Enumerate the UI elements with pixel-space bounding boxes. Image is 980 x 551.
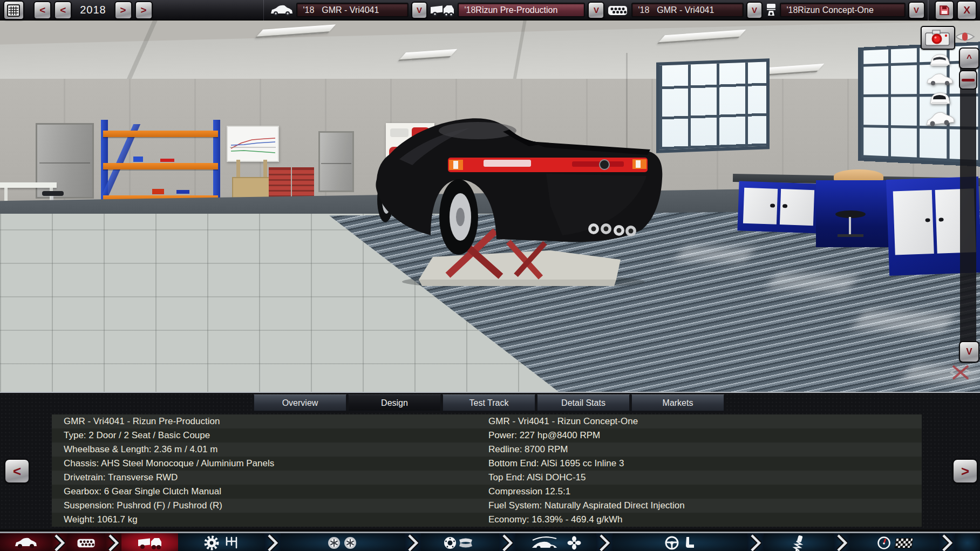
chevron-icon: [51, 533, 67, 551]
spec-type: Type: 2 Door / 2 Seat / Basic Coupe: [64, 430, 477, 441]
spec-top-end: Top End: AlSi DOHC-15: [488, 472, 586, 483]
step-forward-button[interactable]: >: [114, 1, 132, 19]
model-dropdown-button[interactable]: V: [411, 2, 428, 19]
jump-back-button[interactable]: <: [33, 1, 51, 19]
spec-row: Gearbox: 6 Gear Single Clutch ManualComp…: [52, 485, 922, 499]
car-3d-model[interactable]: [367, 108, 669, 286]
spec-row: Suspension: Pushrod (F) / Pushrod (R)Fue…: [52, 499, 922, 513]
whiteboard: [227, 126, 279, 162]
spec-row: Type: 2 Door / 2 Seat / Basic CoupePower…: [52, 428, 922, 443]
brakes-icon: [443, 535, 478, 550]
trim-dropdown[interactable]: '18 Rizun Pre-Production: [458, 3, 585, 17]
light-reflection: [852, 310, 956, 332]
engine-name: GMR - Vri4041: [657, 5, 714, 15]
tab-markets[interactable]: Markets: [631, 394, 724, 411]
photo-mode-button[interactable]: [921, 26, 955, 50]
close-glyph: X: [963, 4, 970, 16]
model-name: GMR - Vri4041: [322, 5, 379, 15]
divider: [263, 0, 264, 21]
garage-window: [656, 58, 770, 153]
variant-dropdown[interactable]: '18 Rizun Concept-One: [780, 3, 905, 17]
section-gearbox[interactable]: [178, 533, 264, 551]
tab-design[interactable]: Design: [348, 394, 441, 411]
steering-wheel-icon: [664, 535, 679, 550]
trim-truck-icon: [138, 536, 162, 550]
trim-dropdown-button[interactable]: V: [588, 2, 604, 19]
car-rear-view-button[interactable]: [924, 90, 955, 108]
variant-year: '18: [786, 5, 798, 15]
spec-drivetrain: Drivetrain: Transverse RWD: [64, 472, 477, 483]
engine-dropdown[interactable]: '18 GMR - Vri4041: [631, 3, 743, 17]
engine-icon: [76, 537, 97, 549]
tab-detail-stats[interactable]: Detail Stats: [537, 394, 630, 411]
spec-row: Weight: 1061.7 kgEconomy: 16.39% - 469.4…: [52, 513, 922, 527]
panel-next-button[interactable]: >: [952, 459, 978, 484]
spec-suspension: Suspension: Pushrod (F) / Pushrod (R): [64, 500, 477, 511]
section-body-aero[interactable]: [515, 533, 596, 551]
car-front-view-button[interactable]: [924, 51, 955, 69]
rack-item: [133, 157, 143, 162]
cabinet-door: [780, 189, 814, 226]
step-back-button[interactable]: <: [54, 1, 72, 19]
model-dropdown[interactable]: '18 GMR - Vri4041: [296, 3, 408, 17]
scroll-down-button[interactable]: V: [959, 341, 979, 363]
car-three-quarter-view-button[interactable]: [924, 109, 955, 127]
panel-prev-button[interactable]: <: [4, 459, 30, 484]
jump-forward-button[interactable]: >: [135, 1, 153, 19]
model-year: '18: [303, 5, 314, 15]
section-suspension[interactable]: [764, 533, 834, 551]
tab-overview[interactable]: Overview: [254, 394, 346, 411]
rack-beam: [103, 131, 218, 137]
spec-row: Drivetrain: Transverse RWDTop End: AlSi …: [52, 471, 922, 485]
section-brakes[interactable]: [421, 533, 499, 551]
spec-gearbox: Gearbox: 6 Gear Single Clutch Manual: [64, 486, 477, 497]
engine-year: '18: [638, 5, 649, 15]
engine-dropdown-button[interactable]: V: [746, 2, 763, 19]
current-year: 2018: [80, 4, 106, 16]
rack-item: [152, 189, 164, 194]
cabinet-left: [737, 181, 821, 233]
car-side-view-button[interactable]: [924, 70, 955, 89]
garage-3d-viewport[interactable]: ^ V: [0, 21, 980, 398]
spec-chassis: Chassis: AHS Steel Monocoque / Aluminium…: [64, 458, 477, 469]
hide-ui-button[interactable]: [949, 364, 972, 383]
spec-economy: Economy: 16.39% - 469.4 g/kWh: [488, 514, 623, 525]
section-testing[interactable]: [850, 533, 939, 551]
jump-forward-glyph: >: [141, 4, 147, 16]
section-interior[interactable]: [612, 533, 747, 551]
section-car-model[interactable]: [0, 533, 51, 551]
spec-weight: Weight: 1061.7 kg: [64, 514, 477, 525]
car-icon: [270, 4, 294, 16]
calendar-button[interactable]: [3, 1, 24, 20]
variant-dropdown-button[interactable]: V: [908, 2, 925, 19]
dropdown-glyph: V: [417, 5, 422, 15]
eye-toggle[interactable]: [954, 29, 976, 46]
view-scrollbar-track[interactable]: [960, 49, 976, 362]
dropdown-glyph: V: [752, 5, 757, 15]
tab-test-track[interactable]: Test Track: [443, 394, 535, 411]
save-button[interactable]: [935, 1, 955, 20]
section-wheels[interactable]: [281, 533, 405, 551]
rack-beam: [103, 163, 218, 169]
tab-bar: Overview Design Test Track Detail Stats …: [254, 394, 724, 411]
section-trim-active[interactable]: [121, 533, 178, 551]
chevron-icon: [939, 533, 955, 551]
section-engine[interactable]: [67, 533, 105, 551]
scrollbar-thumb[interactable]: [959, 70, 977, 90]
save-icon: [938, 4, 950, 16]
piston-icon: [765, 3, 777, 18]
checkered-flag-icon: [894, 538, 913, 548]
spec-wheelbase: Wheelbase & Length: 2.36 m / 4.01 m: [64, 444, 477, 455]
spec-row: Wheelbase & Length: 2.36 m / 4.01 mRedli…: [52, 443, 922, 457]
red-crate: [269, 167, 291, 197]
suspension-icon: [791, 534, 807, 551]
close-button[interactable]: X: [957, 1, 977, 20]
rack-item: [176, 190, 189, 194]
step-forward-glyph: >: [120, 4, 126, 16]
cabinet-door: [743, 188, 778, 225]
scroll-up-button[interactable]: ^: [959, 47, 979, 69]
spec-bottom-end: Bottom End: AlSi 1695 cc Inline 3: [488, 458, 624, 469]
fan-icon: [567, 536, 581, 550]
chevron-icon: [834, 533, 850, 551]
tab-label: Detail Stats: [561, 398, 605, 408]
